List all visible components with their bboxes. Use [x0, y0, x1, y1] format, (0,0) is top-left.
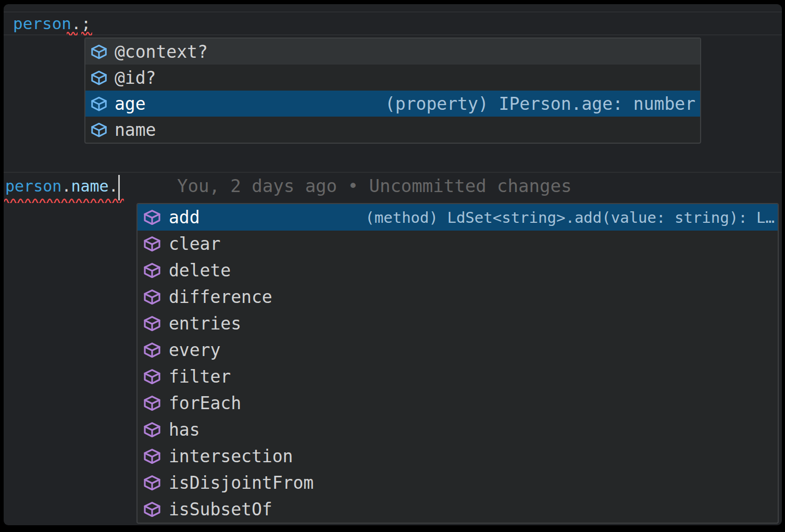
- completion-item-difference[interactable]: difference: [138, 284, 778, 310]
- completion-item-every[interactable]: every: [138, 337, 778, 363]
- code-token-property: name: [71, 177, 108, 195]
- symbol-cube-icon: [143, 288, 161, 306]
- symbol-cube-icon: [90, 70, 108, 86]
- completion-item-has[interactable]: has: [138, 416, 778, 443]
- completion-item-add[interactable]: add(method) LdSet<string>.add(value: str…: [138, 204, 778, 231]
- symbol-cube-icon: [90, 96, 108, 112]
- symbol-cube-icon: [90, 122, 108, 138]
- completion-label: isDisjointFrom: [169, 473, 314, 493]
- autocomplete-popup-bottom: add(method) LdSet<string>.add(value: str…: [136, 203, 779, 524]
- completion-item-filter[interactable]: filter: [138, 363, 778, 390]
- completion-item-clear[interactable]: clear: [138, 231, 778, 257]
- completion-label: has: [169, 420, 200, 440]
- error-squiggle: [4, 196, 124, 203]
- git-blame-annotation: You, 2 days ago • Uncommitted changes: [177, 172, 571, 199]
- completion-item-id[interactable]: @id?: [85, 65, 700, 91]
- symbol-cube-icon: [143, 421, 161, 438]
- current-line-border: [4, 11, 782, 12]
- completion-label: @context?: [115, 42, 208, 62]
- completion-item-entries[interactable]: entries: [138, 310, 778, 337]
- completion-label: clear: [169, 234, 220, 254]
- error-squiggle: [67, 30, 78, 35]
- symbol-cube-icon: [143, 474, 161, 491]
- completion-item-foreach[interactable]: forEach: [138, 390, 778, 416]
- completion-label: add: [169, 207, 200, 227]
- completion-item-isdisjointfrom[interactable]: isDisjointFrom: [138, 470, 778, 496]
- code-line-bottom[interactable]: person.name.: [5, 172, 118, 199]
- symbol-cube-icon: [143, 209, 161, 226]
- error-squiggle: [81, 30, 92, 35]
- completion-item-age[interactable]: age(property) IPerson.age: number: [85, 91, 700, 117]
- symbol-cube-icon: [143, 448, 161, 465]
- code-token-punct: .: [109, 177, 118, 195]
- symbol-cube-icon: [143, 395, 161, 412]
- completion-label: entries: [169, 313, 241, 334]
- completion-item-name[interactable]: name: [85, 117, 700, 143]
- completion-label: @id?: [115, 68, 156, 88]
- completion-item-delete[interactable]: delete: [138, 257, 778, 284]
- completion-label: intersection: [169, 446, 293, 466]
- symbol-cube-icon: [143, 235, 161, 252]
- completion-detail: (property) IPerson.age: number: [385, 94, 695, 114]
- completion-label: filter: [169, 366, 231, 387]
- symbol-cube-icon: [143, 262, 161, 279]
- completion-label: age: [115, 94, 146, 114]
- symbol-cube-icon: [143, 315, 161, 332]
- code-token-variable: person: [5, 177, 61, 195]
- completion-label: delete: [169, 260, 231, 281]
- completion-label: forEach: [169, 393, 241, 413]
- completion-detail: (method) LdSet<string>.add(value: string…: [365, 209, 775, 226]
- autocomplete-popup-top: @context?@id?age(property) IPerson.age: …: [84, 37, 701, 144]
- symbol-cube-icon: [143, 501, 161, 518]
- current-line-border: [4, 34, 782, 35]
- completion-item-intersection[interactable]: intersection: [138, 443, 778, 470]
- editor-screenshot-root: person.; @context?@id?age(property) IPer…: [0, 0, 785, 532]
- completion-label: difference: [169, 287, 272, 307]
- symbol-cube-icon: [143, 341, 161, 359]
- symbol-cube-icon: [90, 44, 108, 60]
- symbol-cube-icon: [143, 368, 161, 385]
- completion-label: name: [115, 120, 156, 140]
- completion-label: every: [169, 340, 220, 360]
- completion-item-issubsetof[interactable]: isSubsetOf: [138, 496, 778, 523]
- completion-item-context[interactable]: @context?: [85, 39, 700, 65]
- completion-label: isSubsetOf: [169, 499, 272, 520]
- code-line-top[interactable]: person.;: [13, 11, 91, 35]
- code-token-variable: person: [13, 14, 71, 33]
- code-token-punct: .: [61, 177, 71, 195]
